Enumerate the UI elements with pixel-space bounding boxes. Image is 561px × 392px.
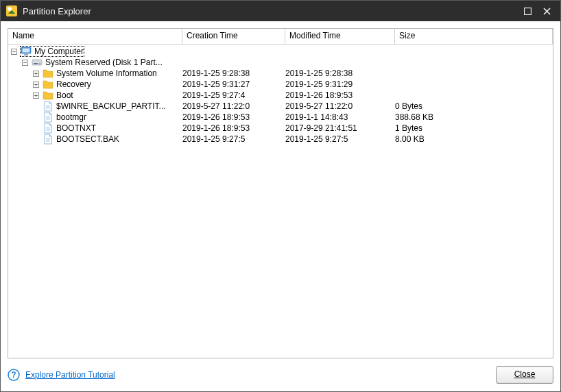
content-area: Name Creation Time Modified Time Size −M… — [1, 21, 560, 391]
file-icon — [43, 134, 53, 145]
tree-item[interactable]: +Recovery2019-1-25 9:31:272019-1-25 9:31… — [8, 79, 553, 90]
file-grid: Name Creation Time Modified Time Size −M… — [8, 28, 553, 358]
item-label: $WINRE_BACKUP_PARTIT... — [56, 101, 166, 112]
item-label: bootmgr — [56, 112, 86, 123]
column-header-ctime[interactable]: Creation Time — [182, 29, 285, 44]
close-window-button[interactable] — [537, 3, 556, 19]
cell-ctime: 2019-1-25 9:27:4 — [182, 90, 285, 101]
item-label: Recovery — [56, 79, 91, 90]
item-label: System Volume Information — [56, 68, 157, 79]
drive-icon — [32, 57, 43, 68]
tree-item[interactable]: $WINRE_BACKUP_PARTIT...2019-5-27 11:22:0… — [8, 101, 553, 112]
cell-size: 0 Bytes — [395, 101, 553, 112]
cell-ctime: 2019-5-27 11:22:0 — [182, 101, 285, 112]
column-header-size[interactable]: Size — [395, 29, 553, 44]
window-title: Partition Explorer — [23, 6, 518, 16]
computer-icon — [21, 46, 32, 57]
tree-disk[interactable]: −System Reserved (Disk 1 Part... — [8, 57, 553, 68]
column-header-name[interactable]: Name — [8, 29, 182, 44]
tutorial-link[interactable]: Explore Partition Tutorial — [25, 370, 115, 380]
file-icon — [43, 101, 53, 112]
cell-mtime: 2019-1-25 9:27:5 — [285, 134, 395, 145]
item-label: BOOTNXT — [56, 123, 96, 134]
tree-item[interactable]: BOOTSECT.BAK2019-1-25 9:27:52019-1-25 9:… — [8, 134, 553, 145]
expand-icon[interactable]: + — [33, 82, 39, 88]
cell-size: 388.68 KB — [395, 112, 553, 123]
cell-mtime: 2019-1-25 9:28:38 — [285, 68, 395, 79]
folder-icon — [43, 79, 53, 90]
cell-mtime: 2019-5-27 11:22:0 — [285, 101, 395, 112]
folder-icon — [43, 90, 53, 101]
file-icon — [43, 112, 53, 123]
expand-icon[interactable]: + — [33, 71, 39, 77]
tree-item[interactable]: BOOTNXT2019-1-26 18:9:532017-9-29 21:41:… — [8, 123, 553, 134]
folder-icon — [43, 68, 53, 79]
cell-ctime: 2019-1-26 18:9:53 — [182, 123, 285, 134]
cell-size: 8.00 KB — [395, 134, 553, 145]
item-label: Boot — [56, 90, 73, 101]
cell-ctime: 2019-1-26 18:9:53 — [182, 112, 285, 123]
tree-item[interactable]: +System Volume Information2019-1-25 9:28… — [8, 68, 553, 79]
item-label: System Reserved (Disk 1 Part... — [45, 57, 163, 68]
titlebar[interactable]: Partition Explorer — [1, 1, 560, 21]
cell-mtime: 2019-1-25 9:31:29 — [285, 79, 395, 90]
tree-item[interactable]: bootmgr2019-1-26 18:9:532019-1-1 14:8:43… — [8, 112, 553, 123]
expand-icon[interactable]: + — [33, 93, 39, 99]
cell-ctime: 2019-1-25 9:28:38 — [182, 68, 285, 79]
file-icon — [43, 123, 53, 134]
cell-size: 1 Bytes — [395, 123, 553, 134]
cell-ctime: 2019-1-25 9:31:27 — [182, 79, 285, 90]
cell-ctime: 2019-1-25 9:27:5 — [182, 134, 285, 145]
maximize-button[interactable] — [518, 3, 537, 19]
collapse-icon[interactable]: − — [22, 60, 28, 66]
window: Partition Explorer Name Creation Time Mo… — [0, 0, 561, 392]
close-button[interactable]: Close — [496, 366, 553, 384]
cell-mtime: 2019-1-26 18:9:53 — [285, 90, 395, 101]
item-label: My Computer — [34, 46, 84, 57]
tree-root[interactable]: −My Computer — [8, 46, 553, 57]
svg-rect-13 — [524, 8, 531, 14]
item-label: BOOTSECT.BAK — [56, 134, 119, 145]
cell-mtime: 2019-1-1 14:8:43 — [285, 112, 395, 123]
tree-item[interactable]: +Boot2019-1-25 9:27:42019-1-26 18:9:53 — [8, 90, 553, 101]
column-headers: Name Creation Time Modified Time Size — [8, 29, 553, 45]
collapse-icon[interactable]: − — [11, 49, 17, 55]
app-icon — [6, 5, 17, 16]
column-header-mtime[interactable]: Modified Time — [285, 29, 395, 44]
help-icon[interactable] — [8, 369, 20, 381]
footer: Explore Partition Tutorial Close — [8, 358, 553, 386]
tree-view[interactable]: −My Computer−System Reserved (Disk 1 Par… — [8, 45, 553, 358]
cell-mtime: 2017-9-29 21:41:51 — [285, 123, 395, 134]
